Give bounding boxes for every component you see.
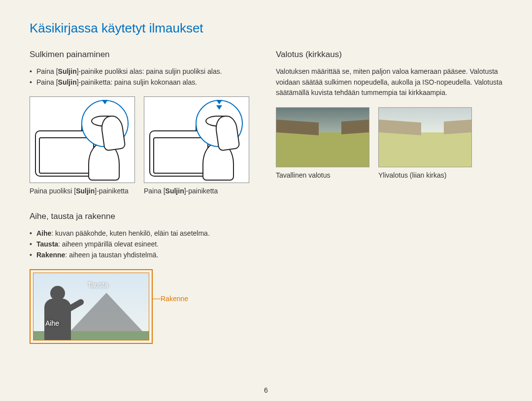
tausta-label: Tausta <box>88 281 108 289</box>
text: ]-painike puoliksi alas: paina suljin pu… <box>77 67 222 75</box>
content-columns: Sulkimen painaminen Paina [Suljin]-paini… <box>30 50 502 344</box>
composition-heading: Aihe, tausta ja rakenne <box>30 212 256 221</box>
text: Paina [ <box>36 67 58 75</box>
shutter-figure-half-caption: Paina puoliksi [Suljin]-painiketta <box>30 187 135 195</box>
right-column: Valotus (kirkkaus) Valotuksen määrittää … <box>276 50 502 344</box>
arrow-down-icon <box>216 100 222 104</box>
text-bold: Suljin <box>166 187 184 195</box>
composition-bullets: Aihe: kuvan pääkohde, kuten henkilö, elä… <box>30 228 256 260</box>
text: ]-painiketta: paina suljin kokonaan alas… <box>77 78 197 86</box>
text: Paina [ <box>36 78 58 86</box>
shutter-heading: Sulkimen painaminen <box>30 50 256 60</box>
subject-silhouette-icon <box>40 286 75 340</box>
page-number: 6 <box>0 386 532 394</box>
aihe-label: Aihe <box>45 319 59 327</box>
exposure-over-caption: Ylivalotus (liian kirkas) <box>378 171 472 179</box>
exposure-over-photo <box>378 107 472 167</box>
text: : aiheen ja taustan yhdistelmä. <box>65 251 158 259</box>
text-bold: Suljin <box>76 187 95 195</box>
text-bold: Rakenne <box>36 251 65 259</box>
camera-full-press-illustration <box>144 96 249 183</box>
rakenne-label: Rakenne <box>161 295 188 303</box>
shutter-figure-full-caption: Paina [Suljin]-painiketta <box>144 187 249 195</box>
camera-half-press-illustration <box>30 96 135 183</box>
composition-frame: Tausta Aihe <box>30 269 153 344</box>
exposure-normal-photo <box>276 107 369 167</box>
text: : aiheen ympärillä olevat esineet. <box>58 240 159 248</box>
shutter-figures: Paina puoliksi [Suljin]-painiketta <box>30 96 256 195</box>
exposure-normal-caption: Tavallinen valotus <box>276 171 369 179</box>
text-bold: Suljin <box>58 67 77 75</box>
text: ]-painiketta <box>184 187 218 195</box>
text-bold: Tausta <box>36 240 58 248</box>
composition-bullet-2: Tausta: aiheen ympärillä olevat esineet. <box>30 239 256 250</box>
composition-bullet-3: Rakenne: aiheen ja taustan yhdistelmä. <box>30 250 256 261</box>
shutter-bullet-1: Paina [Suljin]-painike puoliksi alas: pa… <box>30 66 256 77</box>
text: ]-painiketta <box>95 187 128 195</box>
shutter-bullets: Paina [Suljin]-painike puoliksi alas: pa… <box>30 66 256 88</box>
rakenne-callout: Rakenne <box>161 295 188 303</box>
text: Paina puoliksi [ <box>30 187 76 195</box>
text-bold: Aihe <box>36 229 51 237</box>
shutter-figure-half: Paina puoliksi [Suljin]-painiketta <box>30 96 135 195</box>
exposure-normal: Tavallinen valotus <box>276 107 369 179</box>
rakenne-connector-line <box>153 299 161 299</box>
exposure-over: Ylivalotus (liian kirkas) <box>378 107 472 179</box>
shutter-bullet-2: Paina [Suljin]-painiketta: paina suljin … <box>30 77 256 88</box>
exposure-figures: Tavallinen valotus Ylivalotus (liian kir… <box>276 107 502 179</box>
composition-bullet-1: Aihe: kuvan pääkohde, kuten henkilö, elä… <box>30 228 256 239</box>
page-title: Käsikirjassa käytetyt ilmaukset <box>30 21 502 36</box>
left-column: Sulkimen painaminen Paina [Suljin]-paini… <box>30 50 256 344</box>
text: Paina [ <box>144 187 166 195</box>
composition-figure: Tausta Aihe Rakenne <box>30 269 256 344</box>
shutter-figure-full: Paina [Suljin]-painiketta <box>144 96 249 195</box>
arrow-down-icon <box>216 105 222 110</box>
text: : kuvan pääkohde, kuten henkilö, eläin t… <box>51 229 209 237</box>
exposure-heading: Valotus (kirkkaus) <box>276 50 502 60</box>
arrow-down-icon <box>102 100 108 104</box>
text-bold: Suljin <box>58 78 77 86</box>
exposure-paragraph: Valotuksen määrittää se, miten paljon va… <box>276 66 502 98</box>
